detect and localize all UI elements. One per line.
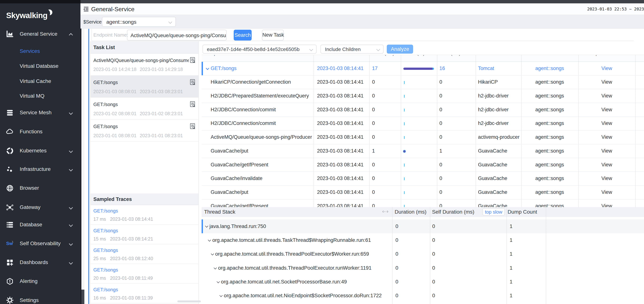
thread-stack-row[interactable]: org.apache.tomcat.util.threads.ThreadPoo… — [202, 261, 644, 275]
span-table-header: Span NameStart TimeExec (ms)Exec (%)Self… — [202, 55, 644, 62]
chevron-down-icon[interactable] — [211, 252, 214, 256]
span-table-column-label: API — [478, 55, 486, 56]
self-duration-column-label: Self Duration (ms) — [432, 209, 474, 215]
chevron-down-icon[interactable] — [206, 67, 210, 70]
sampled-trace-item[interactable]: GET:/songs 25 ms 2023-01-03 08:12:40 — [90, 244, 198, 264]
span-table-row[interactable]: GET:/songs 2023-01-03 08:14:41 17 16 Tom… — [202, 62, 644, 76]
sidebar-item-services[interactable]: Services — [0, 45, 80, 58]
service-label: $Service — [84, 19, 102, 25]
thread-stack-row[interactable]: org.apache.tomcat.util.net.SocketProcess… — [202, 275, 644, 289]
duration-bar — [404, 62, 436, 76]
sampled-trace-item[interactable]: GET:/songs 20 ms 2023-01-03 08:11:49 — [90, 264, 198, 284]
sidebar-item-browser[interactable]: Browser — [0, 182, 80, 194]
duration-bar — [404, 158, 436, 172]
view-report-icon[interactable] — [190, 101, 196, 108]
thread-stack-title: Thread Stack — [204, 209, 235, 215]
sidebar-item-gateway[interactable]: Gateway — [0, 201, 80, 214]
view-report-icon[interactable] — [190, 57, 196, 64]
chevron-down-icon — [168, 20, 172, 24]
duration-bar — [404, 117, 436, 131]
task-list-item[interactable]: GET:/songs 2023-01-01 08:08:012023-01-01… — [90, 120, 198, 142]
view-report-icon[interactable] — [190, 79, 196, 86]
span-table-row[interactable]: GuavaCache/getIfPresent 2023-01-03 08:14… — [202, 200, 644, 207]
sidebar-item-database[interactable]: Database — [0, 218, 80, 231]
thread-stack-row[interactable]: org.apache.tomcat.util.net.NioEndpoint$S… — [202, 289, 644, 303]
sidebar-item-alerting[interactable]: Alerting — [0, 275, 80, 288]
task-list-item[interactable]: GET:/songs 2023-01-02 08:08:012023-01-02… — [90, 98, 198, 120]
resize-icon[interactable]: ‹··› — [382, 209, 388, 214]
dump-count-column-label: Dump Count — [508, 209, 537, 215]
sidebar-item-settings[interactable]: Settings — [0, 294, 80, 304]
thread-stack-header: Thread Stack ‹··› Duration (ms) Self Dur… — [202, 207, 644, 217]
sidebar: Skywalking General Service Services Virt… — [0, 3, 80, 304]
window-top-strip — [0, 0, 644, 3]
chevron-down-icon — [69, 261, 73, 265]
duration-bar — [404, 130, 436, 144]
service-bar: $Service agent::songs — [80, 15, 644, 28]
sampled-trace-item[interactable]: GET:/songs 17 ms 2023-01-03 08:14:41 — [90, 205, 198, 225]
children-mode-select[interactable]: Include Children — [320, 45, 384, 54]
thread-stack-row[interactable]: org.apache.tomcat.util.threads.ThreadPoo… — [202, 247, 644, 261]
svg-text:Sw: Sw — [6, 241, 13, 246]
task-list-item[interactable]: GET:/songs 2023-01-03 08:08:012023-01-03… — [90, 76, 198, 98]
span-table-column-label: Service — [530, 55, 546, 56]
sidebar-item-infrastructure[interactable]: Infrastructure — [0, 163, 80, 175]
sampled-trace-item[interactable]: GET:/songs 15 ms 2023-01-03 08:14:21 — [90, 225, 198, 244]
horizontal-scrollbar-thumb[interactable] — [177, 300, 201, 302]
duration-bar — [404, 103, 436, 117]
duration-bar — [404, 89, 436, 103]
chevron-down-icon[interactable] — [216, 280, 220, 283]
span-table-row[interactable]: GuavaCache/put 2023-01-03 08:14:41 1 1 G… — [202, 144, 644, 158]
span-table-row[interactable]: GuavaCache/put 2023-01-03 08:14:41 0 0 G… — [202, 186, 644, 200]
page-scrollbar-thumb[interactable] — [82, 290, 84, 304]
sidebar-item-virtual-database[interactable]: Virtual Database — [0, 60, 80, 72]
time-range[interactable]: 2023-01-03 22:53 ~ 2023 — [587, 7, 644, 12]
content-scrollbar[interactable] — [88, 29, 89, 304]
sidebar-item-virtual-mq[interactable]: Virtual MQ — [0, 90, 80, 102]
span-table-row[interactable]: H2/JDBC/PreparedStatement/executeQuery 2… — [202, 89, 644, 103]
chevron-down-icon — [69, 206, 73, 210]
menu-fold-icon[interactable] — [84, 6, 89, 12]
span-table-row[interactable]: ActiveMQ/Queue/queue-songs-ping/Producer… — [202, 130, 644, 144]
chevron-down-icon[interactable] — [208, 238, 211, 242]
segment-select[interactable]: eaed37e7-1d4e-4f50-be8d-14e52ce6505b — [202, 45, 317, 54]
sidebar-item-virtual-cache[interactable]: Virtual Cache — [0, 75, 80, 88]
service-select[interactable]: agent::songs — [102, 17, 176, 27]
top-slow-badge[interactable]: top slow — [482, 208, 505, 216]
sidebar-item-service-mesh[interactable]: Service Mesh — [0, 106, 80, 119]
task-list-item[interactable]: ActiveMQ/Queue/queue-songs-ping/Consumer… — [90, 54, 198, 76]
span-table-column-label: Span Name — [211, 55, 237, 56]
chevron-down-icon — [69, 242, 73, 246]
sidebar-item-general-service[interactable]: General Service — [0, 28, 80, 40]
analyze-button[interactable]: Analyze — [387, 45, 413, 54]
endpoint-name-input[interactable]: ActiveMQ/Queue/queue-songs-ping/Consumer — [127, 30, 227, 40]
sidebar-item-self-observability[interactable]: Sw Self Observability — [0, 238, 80, 250]
thread-stack-row[interactable]: org.apache.tomcat.util.threads.TaskThrea… — [202, 233, 644, 247]
sidebar-item-functions[interactable]: Functions — [0, 126, 80, 138]
sidebar-item-dashboards[interactable]: Dashboards — [0, 256, 80, 269]
search-button[interactable]: Search — [234, 30, 252, 40]
thread-stack-row[interactable]: java.lang.Thread.run:750 0 0 1 — [202, 220, 644, 233]
duration-bar — [404, 172, 436, 186]
span-table-row[interactable]: H2/JDBC/Connection/commit 2023-01-03 08:… — [202, 117, 644, 131]
span-table-row[interactable]: GuavaCache/invalidate 2023-01-03 08:14:4… — [202, 172, 644, 186]
skywalking-app: Skywalking General Service Services Virt… — [0, 0, 644, 304]
span-table-row[interactable]: GuavaCache/getIfPresent 2023-01-03 08:14… — [202, 158, 644, 172]
duration-bar — [404, 144, 436, 158]
span-table-column-label: Exec (ms) — [372, 55, 394, 56]
chevron-down-icon — [69, 223, 73, 227]
chevron-down-icon[interactable] — [205, 224, 208, 228]
span-table-row[interactable]: H2/JDBC/Connection/commit 2023-01-03 08:… — [202, 103, 644, 117]
chevron-down-icon — [376, 48, 380, 51]
page-scrollbar-track[interactable] — [82, 29, 84, 304]
chevron-down-icon[interactable] — [220, 294, 223, 297]
duration-bar — [404, 186, 436, 200]
sidebar-item-kubernetes[interactable]: Kubernetes — [0, 144, 80, 157]
page-title: General-Service — [91, 6, 134, 13]
new-task-button[interactable]: New Task — [262, 30, 284, 40]
sampled-traces-header: Sampled Traces — [90, 194, 198, 205]
view-report-icon[interactable] — [190, 123, 196, 130]
chevron-down-icon[interactable] — [214, 266, 217, 269]
span-table-row[interactable]: HikariCP/Connection/getConnection 2023-0… — [202, 76, 644, 90]
chevron-down-icon — [309, 48, 313, 51]
